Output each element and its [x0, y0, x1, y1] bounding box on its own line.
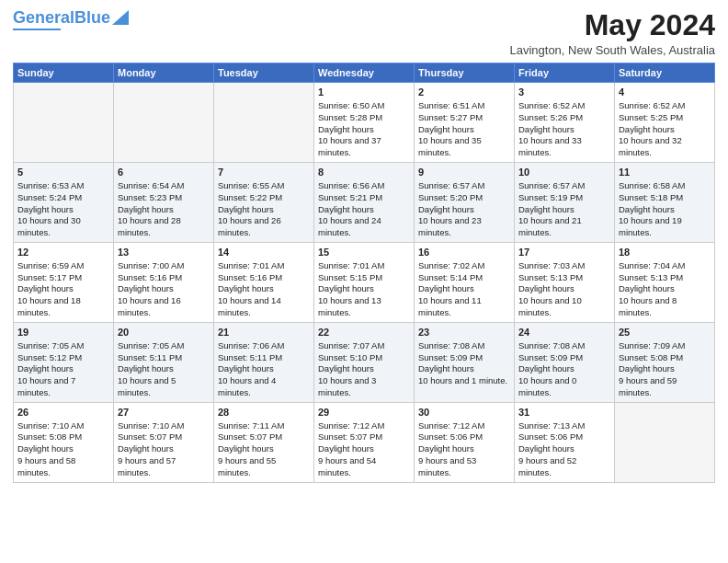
sunset-text: Sunset: 5:11 PM [118, 352, 182, 362]
day-number: 25 [619, 326, 711, 339]
sunset-text: Sunset: 5:12 PM [17, 352, 82, 362]
day-number: 29 [318, 406, 410, 419]
day-header-saturday: Saturday [615, 63, 715, 83]
sunset-text: Sunset: 5:24 PM [17, 192, 82, 202]
day-number: 26 [17, 406, 109, 419]
sunrise-text: Sunrise: 7:12 AM [318, 420, 384, 431]
sunset-text: Sunset: 5:08 PM [17, 431, 82, 442]
sunrise-text: Sunrise: 6:52 AM [518, 100, 585, 110]
daylight-value: 9 hours and 53 minutes. [418, 455, 476, 477]
daylight-value: 10 hours and 26 minutes. [218, 215, 281, 237]
daylight-label: Daylight hours [118, 283, 174, 293]
sunrise-text: Sunrise: 6:50 AM [318, 100, 384, 110]
day-number: 27 [118, 406, 210, 419]
logo-text: GeneralBlue [13, 9, 110, 28]
sunrise-text: Sunrise: 7:10 AM [118, 420, 184, 431]
daylight-label: Daylight hours [619, 124, 675, 134]
daylight-label: Daylight hours [318, 363, 374, 373]
sunrise-text: Sunrise: 6:59 AM [17, 260, 84, 270]
sunset-text: Sunset: 5:13 PM [518, 272, 583, 282]
calendar-cell: 21 Sunrise: 7:06 AM Sunset: 5:11 PM Dayl… [214, 322, 314, 402]
sunset-text: Sunset: 5:21 PM [318, 192, 382, 202]
calendar-cell [214, 83, 314, 163]
daylight-value: 10 hours and 4 minutes. [218, 375, 276, 397]
sunset-text: Sunset: 5:26 PM [518, 112, 583, 122]
calendar-cell: 19 Sunrise: 7:05 AM Sunset: 5:12 PM Dayl… [14, 322, 114, 402]
logo-triangle-icon [112, 10, 129, 25]
calendar-cell: 17 Sunrise: 7:03 AM Sunset: 5:13 PM Dayl… [515, 243, 615, 323]
calendar-week-row: 5 Sunrise: 6:53 AM Sunset: 5:24 PM Dayli… [14, 163, 715, 243]
calendar-cell: 22 Sunrise: 7:07 AM Sunset: 5:10 PM Dayl… [314, 322, 415, 402]
daylight-label: Daylight hours [17, 283, 74, 293]
sunrise-text: Sunrise: 6:54 AM [118, 180, 184, 190]
daylight-value: 10 hours and 18 minutes. [17, 295, 81, 317]
daylight-label: Daylight hours [218, 204, 274, 214]
daylight-value: 10 hours and 7 minutes. [17, 375, 75, 397]
daylight-value: 10 hours and 16 minutes. [118, 295, 181, 317]
sunset-text: Sunset: 5:27 PM [418, 112, 483, 122]
calendar-cell: 29 Sunrise: 7:12 AM Sunset: 5:07 PM Dayl… [314, 402, 415, 482]
sunset-text: Sunset: 5:20 PM [418, 192, 483, 202]
day-number: 6 [118, 166, 210, 179]
sunset-text: Sunset: 5:06 PM [418, 431, 483, 442]
daylight-label: Daylight hours [619, 283, 675, 293]
sunset-text: Sunset: 5:23 PM [118, 192, 182, 202]
calendar-cell: 3 Sunrise: 6:52 AM Sunset: 5:26 PM Dayli… [515, 83, 615, 163]
calendar-cell: 1 Sunrise: 6:50 AM Sunset: 5:28 PM Dayli… [314, 83, 415, 163]
day-number: 5 [17, 166, 109, 179]
day-number: 16 [418, 246, 510, 259]
daylight-value: 10 hours and 5 minutes. [118, 375, 176, 397]
day-number: 12 [17, 246, 109, 259]
calendar-week-row: 12 Sunrise: 6:59 AM Sunset: 5:17 PM Dayl… [14, 243, 715, 323]
daylight-label: Daylight hours [418, 363, 474, 373]
daylight-label: Daylight hours [418, 204, 474, 214]
calendar-cell: 9 Sunrise: 6:57 AM Sunset: 5:20 PM Dayli… [415, 163, 515, 243]
daylight-label: Daylight hours [418, 124, 474, 134]
sunrise-text: Sunrise: 7:09 AM [619, 340, 685, 350]
day-number: 4 [619, 86, 711, 99]
day-header-tuesday: Tuesday [214, 63, 314, 83]
daylight-label: Daylight hours [218, 443, 274, 454]
calendar-cell: 30 Sunrise: 7:12 AM Sunset: 5:06 PM Dayl… [415, 402, 515, 482]
daylight-label: Daylight hours [418, 443, 474, 454]
day-number: 10 [518, 166, 610, 179]
daylight-value: 10 hours and 19 minutes. [619, 215, 682, 237]
daylight-label: Daylight hours [518, 124, 574, 134]
daylight-label: Daylight hours [518, 363, 574, 373]
sunset-text: Sunset: 5:13 PM [619, 272, 683, 282]
day-number: 20 [118, 326, 210, 339]
sunset-text: Sunset: 5:09 PM [418, 352, 483, 362]
sunrise-text: Sunrise: 6:52 AM [619, 100, 685, 110]
day-number: 15 [318, 246, 410, 259]
sunrise-text: Sunrise: 7:01 AM [318, 260, 384, 270]
sunset-text: Sunset: 5:25 PM [619, 112, 683, 122]
daylight-value: 9 hours and 59 minutes. [619, 375, 677, 397]
sunset-text: Sunset: 5:10 PM [318, 352, 382, 362]
daylight-label: Daylight hours [17, 204, 74, 214]
sunset-text: Sunset: 5:14 PM [418, 272, 483, 282]
calendar-week-row: 19 Sunrise: 7:05 AM Sunset: 5:12 PM Dayl… [14, 322, 715, 402]
calendar-cell: 18 Sunrise: 7:04 AM Sunset: 5:13 PM Dayl… [615, 243, 715, 323]
daylight-value: 9 hours and 58 minutes. [17, 455, 75, 477]
day-number: 9 [418, 166, 510, 179]
sunset-text: Sunset: 5:19 PM [518, 192, 583, 202]
daylight-value: 10 hours and 13 minutes. [318, 295, 381, 317]
calendar-cell: 4 Sunrise: 6:52 AM Sunset: 5:25 PM Dayli… [615, 83, 715, 163]
calendar-cell: 10 Sunrise: 6:57 AM Sunset: 5:19 PM Dayl… [515, 163, 615, 243]
daylight-value: 10 hours and 0 minutes. [518, 375, 576, 397]
daylight-label: Daylight hours [518, 283, 574, 293]
daylight-value: 10 hours and 30 minutes. [17, 215, 81, 237]
day-number: 3 [518, 86, 610, 99]
daylight-label: Daylight hours [619, 204, 675, 214]
sunrise-text: Sunrise: 7:05 AM [17, 340, 84, 350]
sunrise-text: Sunrise: 7:08 AM [418, 340, 484, 350]
sunrise-text: Sunrise: 6:57 AM [418, 180, 484, 190]
location: Lavington, New South Wales, Australia [509, 43, 715, 57]
calendar-cell: 20 Sunrise: 7:05 AM Sunset: 5:11 PM Dayl… [114, 322, 214, 402]
sunset-text: Sunset: 5:22 PM [218, 192, 282, 202]
daylight-label: Daylight hours [318, 443, 374, 454]
sunset-text: Sunset: 5:15 PM [318, 272, 382, 282]
calendar-cell: 2 Sunrise: 6:51 AM Sunset: 5:27 PM Dayli… [415, 83, 515, 163]
logo: GeneralBlue [13, 9, 129, 30]
calendar-cell [14, 83, 114, 163]
